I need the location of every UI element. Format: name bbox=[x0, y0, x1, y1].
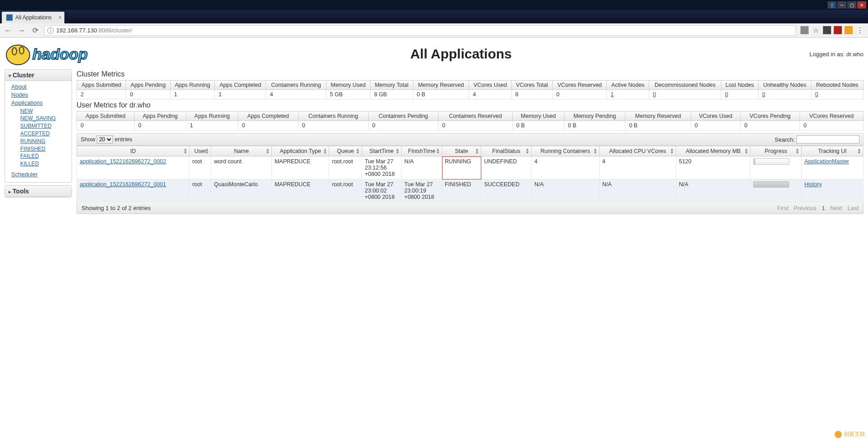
cell-running-containers: N/A bbox=[531, 179, 599, 202]
translate-icon[interactable] bbox=[800, 26, 809, 34]
um-h-apps-pending: Apps Pending bbox=[134, 112, 186, 121]
window-user-icon[interactable]: 👤 bbox=[827, 1, 836, 9]
window-minimize-button[interactable]: ─ bbox=[837, 1, 846, 9]
lost-nodes-link[interactable]: 0 bbox=[725, 91, 728, 98]
cell-finish-time: N/A bbox=[402, 157, 442, 179]
nav-forward-button[interactable]: → bbox=[17, 27, 26, 35]
tracking-link[interactable]: History bbox=[805, 181, 822, 188]
cell-state: RUNNING bbox=[442, 157, 481, 179]
col-user[interactable]: User▲▼ bbox=[190, 146, 211, 157]
col-finish-time[interactable]: FinishTime▲▼ bbox=[402, 146, 442, 157]
cell-id: application_1522162696272_0002 bbox=[77, 157, 190, 179]
cell-alloc-mem: 5120 bbox=[676, 157, 750, 179]
nav-back-button[interactable]: ← bbox=[4, 27, 13, 35]
cell-tracking-ui: History bbox=[801, 179, 863, 202]
sidebar-tools-header[interactable]: Tools bbox=[5, 186, 72, 197]
page-previous[interactable]: Previous bbox=[794, 205, 817, 211]
logged-in-user: dr.who bbox=[846, 51, 863, 58]
cm-v-apps-pending: 0 bbox=[126, 90, 170, 99]
col-app-type[interactable]: Application Type▲▼ bbox=[271, 146, 329, 157]
um-h-vcores-used: VCores Used bbox=[691, 112, 740, 121]
user-metrics-title: User Metrics for dr.who bbox=[77, 101, 863, 109]
col-progress[interactable]: Progress▲▼ bbox=[750, 146, 802, 157]
sidebar-link-nodes[interactable]: Nodes bbox=[11, 91, 67, 99]
cell-queue: root.root bbox=[329, 179, 362, 202]
decom-nodes-link[interactable]: 0 bbox=[653, 91, 656, 98]
browser-menu-button[interactable]: ⋮ bbox=[855, 26, 864, 35]
tracking-link[interactable]: ApplicationMaster bbox=[805, 158, 849, 165]
col-state[interactable]: State▲▼ bbox=[442, 146, 481, 157]
um-h-vcores-reserved: VCores Reserved bbox=[800, 112, 863, 121]
sidebar-link-applications[interactable]: Applications bbox=[11, 99, 67, 107]
page-current[interactable]: 1 bbox=[822, 205, 825, 211]
page-next[interactable]: Next bbox=[830, 205, 842, 211]
sort-icon: ▲▼ bbox=[744, 148, 748, 154]
window-maximize-button[interactable]: ▢ bbox=[847, 1, 856, 9]
cm-h-apps-running: Apps Running bbox=[170, 81, 215, 90]
extension-icon-pdf[interactable] bbox=[834, 26, 842, 34]
cell-alloc-cpu: N/A bbox=[599, 179, 676, 202]
active-nodes-link[interactable]: 1 bbox=[610, 91, 614, 98]
page-first[interactable]: First bbox=[777, 205, 788, 211]
col-start-time[interactable]: StartTime▲▼ bbox=[362, 146, 402, 157]
col-name[interactable]: Name▲▼ bbox=[211, 146, 272, 157]
um-h-memory-reserved: Memory Reserved bbox=[625, 112, 691, 121]
sidebar-link-running[interactable]: RUNNING bbox=[20, 138, 67, 145]
nav-reload-button[interactable]: ⟳ bbox=[31, 26, 40, 35]
browser-tab-active[interactable]: All Applications × bbox=[2, 12, 64, 23]
url-field[interactable]: i 192.168.77.130:8088/cluster/ bbox=[44, 25, 796, 36]
sidebar-link-accepted[interactable]: ACCEPTED bbox=[20, 130, 67, 138]
cell-app-type: MAPREDUCE bbox=[271, 157, 329, 179]
col-tracking-ui[interactable]: Tracking UI▲▼ bbox=[801, 146, 863, 157]
sidebar-link-new-saving[interactable]: NEW_SAVING bbox=[20, 115, 67, 122]
unhealthy-nodes-link[interactable]: 0 bbox=[762, 91, 765, 98]
bookmark-star-icon[interactable]: ☆ bbox=[811, 26, 820, 35]
col-alloc-mem[interactable]: Allocated Memory MB▲▼ bbox=[676, 146, 750, 157]
cm-h-decom-nodes: Decommissioned Nodes bbox=[649, 81, 721, 90]
page-last[interactable]: Last bbox=[847, 205, 859, 211]
col-alloc-cpu[interactable]: Allocated CPU VCores▲▼ bbox=[599, 146, 676, 157]
sidebar-cluster-header[interactable]: Cluster bbox=[5, 70, 72, 81]
extension-icon-1[interactable] bbox=[823, 26, 831, 34]
cm-v-apps-running: 1 bbox=[170, 90, 215, 99]
sidebar-link-new[interactable]: NEW bbox=[20, 108, 67, 115]
sort-icon: ▲▼ bbox=[796, 148, 800, 154]
sidebar-link-failed[interactable]: FAILED bbox=[20, 152, 67, 160]
page-length-select[interactable]: 20 bbox=[97, 135, 113, 143]
table-row: application_1522162696272_0002rootword c… bbox=[77, 157, 863, 179]
um-v-memory-pending: 0 B bbox=[564, 121, 625, 130]
col-id[interactable]: ID▲▼ bbox=[77, 146, 190, 157]
cm-h-memory-reserved: Memory Reserved bbox=[413, 81, 469, 90]
extension-icon-3[interactable] bbox=[845, 26, 853, 34]
url-path: /cluster/ bbox=[112, 27, 132, 34]
cm-h-vcores-reserved: VCores Reserved bbox=[552, 81, 607, 90]
col-final-status[interactable]: FinalStatus▲▼ bbox=[481, 146, 532, 157]
tab-close-icon[interactable]: × bbox=[59, 14, 62, 21]
um-v-memory-used: 0 B bbox=[512, 121, 564, 130]
col-queue[interactable]: Queue▲▼ bbox=[329, 146, 362, 157]
svg-point-1 bbox=[12, 48, 17, 55]
search-input[interactable] bbox=[796, 135, 859, 143]
um-h-containers-reserved: Containers Reserved bbox=[438, 112, 512, 121]
window-close-button[interactable]: ✕ bbox=[857, 1, 866, 9]
sort-icon: ▲▼ bbox=[593, 148, 597, 154]
cm-v-decom-nodes: 0 bbox=[649, 90, 721, 99]
site-info-icon[interactable]: i bbox=[47, 27, 54, 34]
cm-v-containers-running: 4 bbox=[266, 90, 326, 99]
sidebar-tools-panel: Tools bbox=[5, 185, 72, 197]
cluster-metrics-table: Apps Submitted Apps Pending Apps Running… bbox=[77, 80, 863, 99]
app-id-link[interactable]: application_1522162696272_0002 bbox=[80, 158, 166, 165]
app-id-link[interactable]: application_1522162696272_0001 bbox=[80, 181, 166, 188]
cluster-metrics-title: Cluster Metrics bbox=[77, 70, 863, 78]
sidebar-link-about[interactable]: About bbox=[11, 83, 67, 91]
sidebar-link-finished[interactable]: FINISHED bbox=[20, 145, 67, 153]
sidebar-link-submitted[interactable]: SUBMITTED bbox=[20, 122, 67, 130]
rebooted-nodes-link[interactable]: 0 bbox=[815, 91, 818, 98]
entries-label: entries bbox=[115, 136, 132, 143]
cm-h-apps-completed: Apps Completed bbox=[215, 81, 266, 90]
cell-user: root bbox=[190, 179, 211, 202]
sidebar-link-killed[interactable]: KILLED bbox=[20, 160, 67, 168]
sidebar-link-scheduler[interactable]: Scheduler bbox=[11, 170, 67, 179]
col-running-containers[interactable]: Running Containers▲▼ bbox=[531, 146, 599, 157]
cell-state: FINISHED bbox=[442, 179, 481, 202]
